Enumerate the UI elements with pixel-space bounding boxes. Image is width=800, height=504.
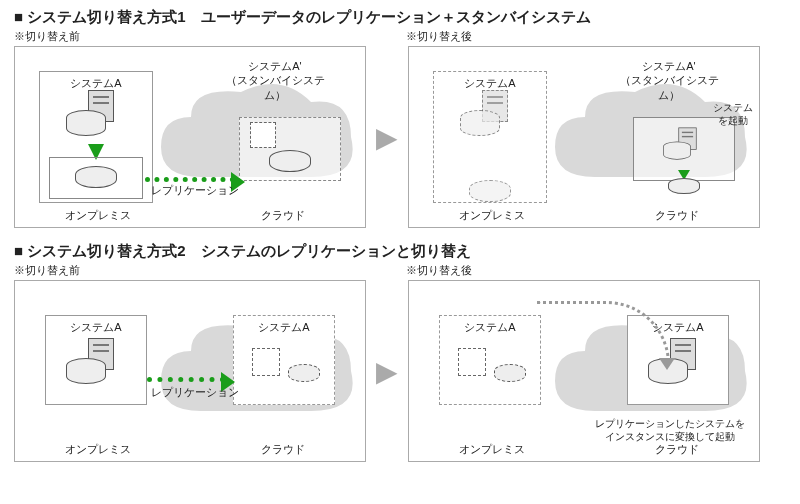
disk-box bbox=[49, 157, 143, 199]
start-system-label: システム を起動 bbox=[713, 101, 753, 127]
disk-icon bbox=[469, 180, 511, 202]
cloud-label: クラウド bbox=[655, 442, 699, 457]
method2-before-note: ※切り替え前 bbox=[14, 263, 364, 278]
systemA-label: システムA bbox=[40, 76, 152, 91]
server-icon bbox=[66, 338, 126, 388]
systemA-label: システムA bbox=[46, 320, 146, 335]
server-icon-dashed bbox=[460, 90, 520, 140]
disk-icon bbox=[494, 364, 526, 382]
disk-icon bbox=[288, 364, 320, 382]
method1-after-panel: システムA システムA' （スタンバイシステム） システム を起動 オンプレミス… bbox=[408, 46, 760, 228]
onprem-label: オンプレミス bbox=[459, 208, 525, 223]
method2-after-panel: システムA システムA レプリケーションしたシステムを インスタンスに変換して起… bbox=[408, 280, 760, 462]
convert-label: レプリケーションしたシステムを インスタンスに変換して起動 bbox=[595, 417, 745, 443]
method1-section: ■ システム切り替え方式1 ユーザーデータのレプリケーション＋スタンバイシステム… bbox=[14, 8, 786, 228]
cloud-standby-box bbox=[239, 117, 341, 181]
cloud-system-card-dashed: システムA bbox=[233, 315, 335, 405]
onprem-label: オンプレミス bbox=[459, 442, 525, 457]
method2-after-note: ※切り替え後 bbox=[406, 263, 756, 278]
onprem-system-card: システムA bbox=[45, 315, 147, 405]
disk-icon bbox=[75, 166, 117, 188]
cube-icon bbox=[250, 122, 276, 148]
replication-label: レプリケーション bbox=[151, 183, 239, 198]
disk-icon bbox=[269, 150, 311, 172]
method1-title: ■ システム切り替え方式1 ユーザーデータのレプリケーション＋スタンバイシステム bbox=[14, 8, 786, 27]
method2-before-panel: システムA システムA レプリケーション オンプレミス クラウド bbox=[14, 280, 366, 462]
method2-section: ■ システム切り替え方式2 システムのレプリケーションと切り替え ※切り替え前 … bbox=[14, 242, 786, 462]
systemAprime-label: システムA' （スタンバイシステム） bbox=[215, 59, 335, 102]
transition-arrow-icon: ▶ bbox=[372, 355, 402, 388]
onprem-label: オンプレミス bbox=[65, 208, 131, 223]
method1-before-note: ※切り替え前 bbox=[14, 29, 364, 44]
method1-after-note: ※切り替え後 bbox=[406, 29, 756, 44]
method1-before-panel: システムA システムA' （スタンバイシステム） レプリケーション オンプレミス… bbox=[14, 46, 366, 228]
server-icon bbox=[66, 90, 126, 140]
cube-icon bbox=[252, 348, 280, 376]
server-icon bbox=[663, 128, 705, 163]
systemA-label: システムA bbox=[234, 320, 334, 335]
cloud-label: クラウド bbox=[261, 442, 305, 457]
onprem-label: オンプレミス bbox=[65, 442, 131, 457]
replication-label: レプリケーション bbox=[151, 385, 239, 400]
onprem-box-dashed: システムA bbox=[433, 71, 547, 203]
method2-title: ■ システム切り替え方式2 システムのレプリケーションと切り替え bbox=[14, 242, 786, 261]
systemAprime-label: システムA' （スタンバイシステム） bbox=[609, 59, 729, 102]
transition-arrow-icon: ▶ bbox=[372, 121, 402, 154]
replication-arrow-icon bbox=[147, 377, 225, 382]
systemA-label: システムA bbox=[440, 320, 540, 335]
disk-icon bbox=[668, 178, 700, 194]
cube-icon bbox=[458, 348, 486, 376]
onprem-system-card-dashed: システムA bbox=[439, 315, 541, 405]
cloud-label: クラウド bbox=[655, 208, 699, 223]
cloud-label: クラウド bbox=[261, 208, 305, 223]
replication-arrow-icon bbox=[145, 177, 235, 182]
systemA-label: システムA bbox=[434, 76, 546, 91]
